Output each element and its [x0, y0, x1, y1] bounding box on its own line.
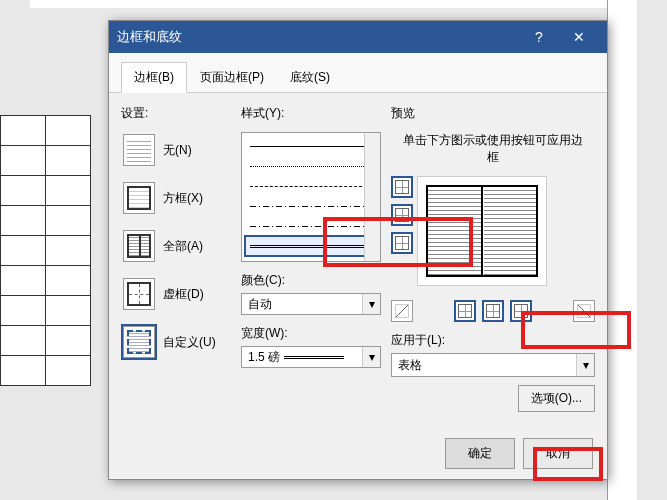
preview-label: 预览: [391, 105, 595, 122]
chevron-down-icon: ▾: [362, 347, 380, 367]
options-button[interactable]: 选项(O)...: [518, 385, 595, 412]
preview-hint: 单击下方图示或使用按钮可应用边框: [391, 132, 595, 166]
setting-box[interactable]: 方框(X): [121, 180, 231, 216]
setting-all[interactable]: 全部(A): [121, 228, 231, 264]
edge-middle-v-button[interactable]: [482, 300, 504, 322]
color-dropdown[interactable]: 自动 ▾: [241, 293, 381, 315]
tab-shading[interactable]: 底纹(S): [277, 62, 343, 93]
tab-strip: 边框(B) 页面边框(P) 底纹(S): [109, 53, 607, 93]
none-icon: [123, 134, 155, 166]
width-dropdown[interactable]: 1.5 磅 ▾: [241, 346, 381, 368]
edge-bottom-button[interactable]: [391, 232, 413, 254]
custom-icon: [123, 326, 155, 358]
edge-top-button[interactable]: [391, 176, 413, 198]
style-label: 样式(Y):: [241, 105, 381, 122]
chevron-down-icon: ▾: [576, 354, 594, 376]
grid-icon: [123, 278, 155, 310]
chevron-down-icon: ▾: [362, 294, 380, 314]
all-icon: [123, 230, 155, 262]
diag-down-button[interactable]: [391, 300, 413, 322]
preview-diagram[interactable]: [417, 176, 547, 286]
edge-right-button[interactable]: [510, 300, 532, 322]
setting-none[interactable]: 无(N): [121, 132, 231, 168]
cancel-button[interactable]: 取消: [523, 438, 593, 469]
settings-label: 设置:: [121, 105, 231, 122]
tab-borders[interactable]: 边框(B): [121, 62, 187, 93]
setting-custom[interactable]: 自定义(U): [121, 324, 231, 360]
style-listbox[interactable]: [241, 132, 381, 262]
width-label: 宽度(W):: [241, 325, 381, 342]
edge-middle-h-button[interactable]: [391, 204, 413, 226]
diag-up-button[interactable]: [573, 300, 595, 322]
apply-to-dropdown[interactable]: 表格 ▾: [391, 353, 595, 377]
style-scrollbar[interactable]: [364, 133, 380, 261]
dialog-titlebar: 边框和底纹 ? ✕: [109, 21, 607, 53]
apply-to-label: 应用于(L):: [391, 332, 595, 349]
box-icon: [123, 182, 155, 214]
close-button[interactable]: ✕: [559, 21, 599, 53]
borders-shading-dialog: 边框和底纹 ? ✕ 边框(B) 页面边框(P) 底纹(S) 设置: 无(N) 方…: [108, 20, 608, 480]
help-button[interactable]: ?: [519, 21, 559, 53]
dialog-title: 边框和底纹: [117, 28, 519, 46]
tab-page-borders[interactable]: 页面边框(P): [187, 62, 277, 93]
edge-left-button[interactable]: [454, 300, 476, 322]
setting-grid[interactable]: 虚框(D): [121, 276, 231, 312]
color-label: 颜色(C):: [241, 272, 381, 289]
ok-button[interactable]: 确定: [445, 438, 515, 469]
background-document-table: [0, 115, 91, 386]
